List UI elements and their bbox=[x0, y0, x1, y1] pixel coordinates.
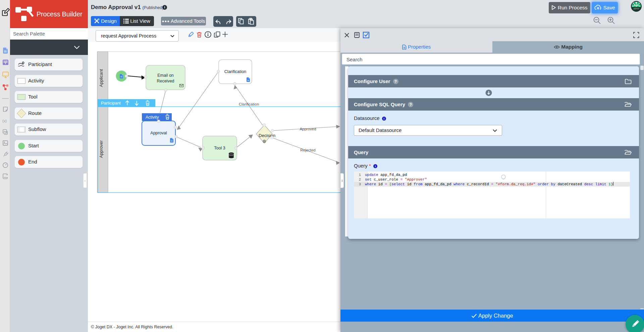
svg-text:Clarification: Clarification bbox=[224, 69, 246, 74]
svg-text:Activity: Activity bbox=[146, 115, 159, 120]
svg-text:Applicant: Applicant bbox=[99, 69, 104, 87]
svg-text:Approval: Approval bbox=[150, 131, 167, 135]
svg-text:Email on: Email on bbox=[157, 73, 174, 78]
svg-text:Participant: Participant bbox=[101, 101, 121, 106]
svg-text:admin: admin bbox=[633, 7, 639, 10]
svg-text:{x}: {x} bbox=[2, 119, 7, 123]
svg-text:Approved: Approved bbox=[300, 127, 316, 131]
svg-text:Clarification: Clarification bbox=[239, 102, 259, 106]
svg-text:Rejected: Rejected bbox=[300, 148, 315, 152]
svg-text:Received: Received bbox=[157, 79, 174, 83]
svg-text:Tool 3: Tool 3 bbox=[214, 146, 225, 150]
svg-text:Approver: Approver bbox=[99, 140, 104, 158]
